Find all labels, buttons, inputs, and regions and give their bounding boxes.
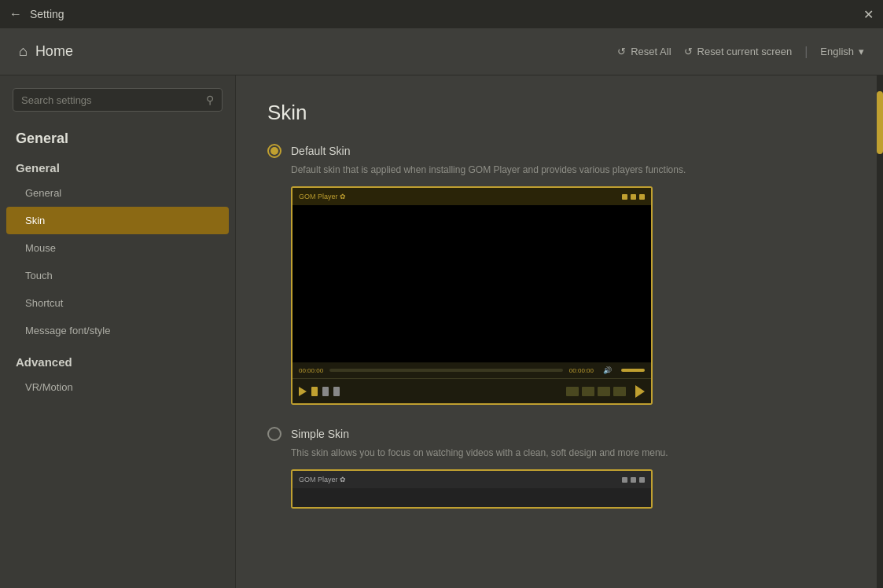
simple-skin-radio[interactable] xyxy=(267,427,281,441)
language-selector[interactable]: English ▾ xyxy=(820,46,864,57)
simple-preview-dot xyxy=(622,477,627,483)
forward-arrow-icon xyxy=(635,385,645,398)
playback-controls xyxy=(299,387,340,396)
extra-btn xyxy=(598,387,610,396)
progress-bar xyxy=(329,369,563,372)
default-skin-option: Default Skin Default skin that is applie… xyxy=(267,144,845,405)
stop-button-icon xyxy=(311,387,318,396)
home-icon: ⌂ xyxy=(19,43,28,60)
close-button[interactable]: ✕ xyxy=(863,7,874,22)
extra-controls xyxy=(566,385,645,398)
preview-control-dot xyxy=(631,194,636,200)
sidebar-item-shortcut[interactable]: Shortcut xyxy=(0,289,235,317)
play-button-icon xyxy=(299,387,307,396)
sidebar-item-mouse[interactable]: Mouse xyxy=(0,234,235,262)
progress-start-time: 00:00:00 xyxy=(299,367,323,374)
sidebar-item-message-font[interactable]: Message font/style xyxy=(0,317,235,344)
default-skin-name: Default Skin xyxy=(291,145,350,157)
language-label: English xyxy=(820,46,854,57)
preview-control-dot xyxy=(622,194,627,200)
reset-current-label: Reset current screen xyxy=(697,46,793,57)
reset-all-button[interactable]: ↺ Reset All xyxy=(617,46,671,57)
extra-btn xyxy=(582,387,594,396)
sidebar-group-general: General xyxy=(0,153,235,179)
search-icon: ⚲ xyxy=(206,94,214,106)
titlebar: ← Setting ✕ xyxy=(0,0,883,28)
default-skin-description: Default skin that is applied when instal… xyxy=(291,163,845,177)
volume-bar xyxy=(621,369,645,372)
reset-current-icon: ↺ xyxy=(684,46,693,57)
preview-title: GOM Player ✿ xyxy=(299,193,346,200)
prev-button-icon xyxy=(322,387,329,396)
simple-skin-description: This skin allows you to focus on watchin… xyxy=(291,446,845,460)
content-area: Skin Default Skin Default skin that is a… xyxy=(236,75,877,588)
next-button-icon xyxy=(333,387,340,396)
scrollbar[interactable] xyxy=(877,75,883,588)
simple-preview-dot xyxy=(631,477,636,483)
home-link[interactable]: ⌂ Home xyxy=(19,43,73,60)
sidebar-item-vr-motion[interactable]: VR/Motion xyxy=(0,373,235,401)
default-skin-radio[interactable] xyxy=(267,144,281,158)
sidebar-item-touch[interactable]: Touch xyxy=(0,262,235,289)
reset-current-button[interactable]: ↺ Reset current screen xyxy=(684,46,793,57)
chevron-down-icon: ▾ xyxy=(859,46,864,57)
home-label: Home xyxy=(35,43,73,60)
simple-preview-title: GOM Player ✿ xyxy=(299,476,346,483)
simple-preview-dot xyxy=(639,477,645,483)
preview-screen xyxy=(292,205,651,362)
page-title: Skin xyxy=(267,101,845,125)
search-input[interactable] xyxy=(21,94,206,106)
sidebar-group-advanced: Advanced xyxy=(0,344,235,373)
sidebar-top-section: General xyxy=(0,121,235,153)
window-title: Setting xyxy=(30,8,64,20)
simple-skin-preview: GOM Player ✿ xyxy=(291,469,653,509)
extra-btn xyxy=(613,387,626,396)
main-layout: ⚲ General General General Skin Mouse Tou… xyxy=(0,75,883,588)
extra-btn xyxy=(566,387,579,396)
sidebar-item-skin[interactable]: Skin xyxy=(6,207,229,234)
search-box[interactable]: ⚲ xyxy=(13,88,223,112)
reset-all-icon: ↺ xyxy=(617,46,626,57)
headerbar: ⌂ Home ↺ Reset All ↺ Reset current scree… xyxy=(0,28,883,75)
sidebar: ⚲ General General General Skin Mouse Tou… xyxy=(0,75,236,588)
back-button[interactable]: ← xyxy=(9,7,22,21)
preview-control-dot xyxy=(639,194,645,200)
progress-end-time: 00:00:00 xyxy=(569,367,594,374)
header-divider: | xyxy=(804,45,808,59)
sidebar-item-general[interactable]: General xyxy=(0,179,235,207)
simple-skin-name: Simple Skin xyxy=(291,428,349,440)
simple-skin-option: Simple Skin This skin allows you to focu… xyxy=(267,427,845,509)
reset-all-label: Reset All xyxy=(631,46,671,57)
volume-icon: 🔊 xyxy=(603,366,612,374)
default-skin-preview: GOM Player ✿ 00:00:00 00:00:00 🔊 xyxy=(291,186,653,405)
scrollbar-thumb xyxy=(877,91,883,154)
